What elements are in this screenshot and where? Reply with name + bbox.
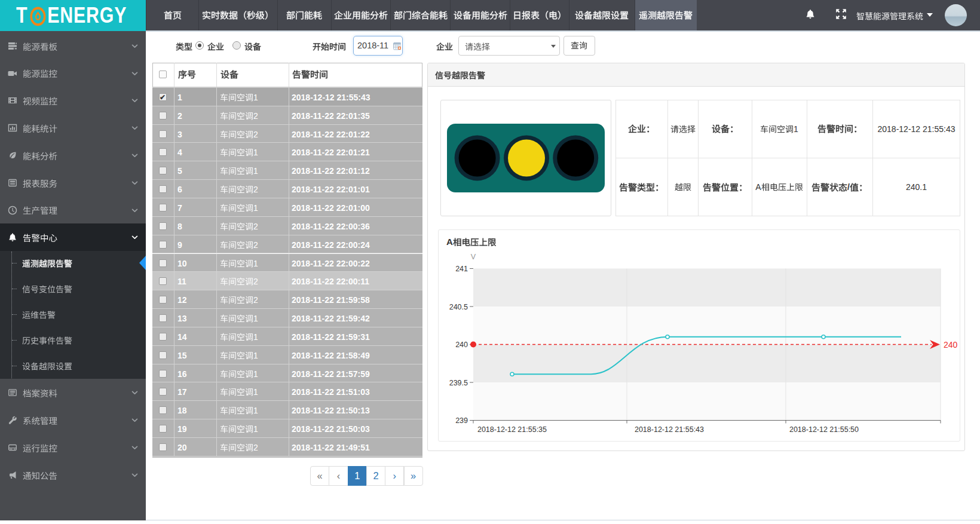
svg-text:239: 239 xyxy=(455,416,468,425)
svg-text:2018-12-12 21:55:35: 2018-12-12 21:55:35 xyxy=(477,425,547,434)
svg-text:241: 241 xyxy=(455,265,468,273)
svg-text:240: 240 xyxy=(944,340,958,350)
svg-text:239.5: 239.5 xyxy=(449,379,468,387)
svg-text:240.5: 240.5 xyxy=(449,303,468,311)
svg-text:V: V xyxy=(471,253,476,261)
svg-text:240: 240 xyxy=(455,341,468,349)
svg-text:2018-12-12 21:55:43: 2018-12-12 21:55:43 xyxy=(635,425,704,434)
svg-text:2018-12-12 21:55:50: 2018-12-12 21:55:50 xyxy=(789,425,859,434)
